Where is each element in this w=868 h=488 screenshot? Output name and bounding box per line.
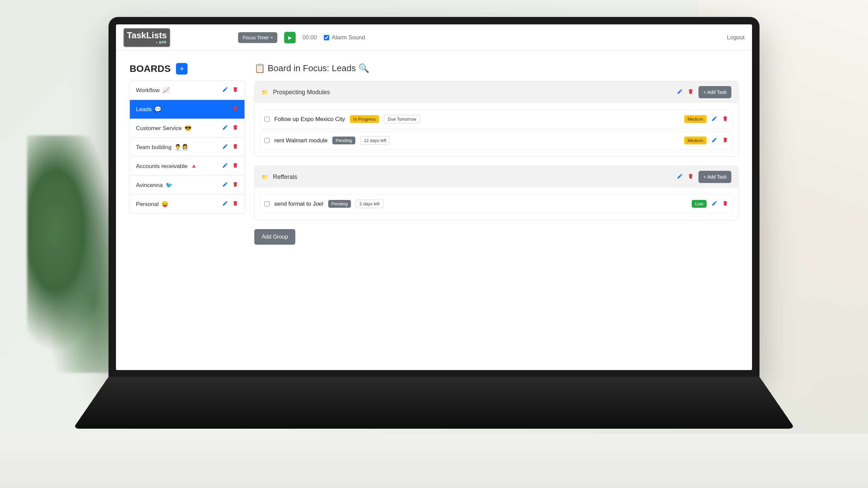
trash-icon[interactable] xyxy=(722,137,728,144)
edit-icon[interactable] xyxy=(222,143,228,151)
priority-badge: Medium xyxy=(684,137,707,144)
edit-icon[interactable] xyxy=(222,200,228,208)
sidebar-item-avincenna[interactable]: Avincenna 🐦 xyxy=(130,176,244,195)
due-badge: 2 days left xyxy=(356,200,383,208)
trash-icon[interactable] xyxy=(232,181,238,189)
status-badge: In Progress xyxy=(350,115,379,123)
app-logo: TaskLists • APP xyxy=(123,28,170,47)
trash-icon[interactable] xyxy=(688,173,694,181)
board-name: Customer Service 😎 xyxy=(136,125,222,132)
task-group: 📁Prospecting Modules+ Add TaskFollow up … xyxy=(254,81,738,157)
task-name: send format to Joel xyxy=(274,201,323,207)
due-badge: Due Tomorrow xyxy=(384,115,420,123)
logo-subtext: • APP xyxy=(127,41,167,44)
edit-icon[interactable] xyxy=(677,88,683,96)
task-group: 📁Refferals+ Add Tasksend format to JoelP… xyxy=(254,166,738,220)
trash-icon[interactable] xyxy=(232,105,238,113)
edit-icon[interactable] xyxy=(711,200,717,208)
priority-badge: Low xyxy=(692,200,707,208)
group-header: 📁Prospecting Modules+ Add Task xyxy=(255,81,738,103)
add-task-button[interactable]: + Add Task xyxy=(698,86,731,98)
edit-icon[interactable] xyxy=(222,86,228,94)
edit-icon[interactable] xyxy=(677,173,683,181)
group-header: 📁Refferals+ Add Task xyxy=(255,166,738,188)
board-name: Personal 😛 xyxy=(136,201,222,208)
trash-icon[interactable] xyxy=(722,116,728,123)
logout-link[interactable]: Logout xyxy=(727,34,745,41)
trash-icon[interactable] xyxy=(232,162,238,170)
edit-icon[interactable] xyxy=(711,137,717,144)
board-emoji: 📈 xyxy=(162,87,170,94)
add-board-button[interactable]: + xyxy=(176,63,188,75)
sidebar: BOARDS + Workflow 📈Leads 💬Customer Servi… xyxy=(130,63,245,245)
task-checkbox[interactable] xyxy=(264,201,270,206)
board-emoji: 🔺 xyxy=(190,163,197,170)
task-row: Follow up Expo Mexico CityIn ProgressDue… xyxy=(260,110,733,128)
main-panel: 📋 Board in Focus: Leads 🔍 📁Prospecting M… xyxy=(254,63,738,245)
sidebar-item-customer-service[interactable]: Customer Service 😎 xyxy=(130,119,244,138)
task-row: send format to JoelPending2 days leftLow xyxy=(260,195,733,213)
add-group-button[interactable]: Add Group xyxy=(254,229,295,245)
edit-icon[interactable] xyxy=(222,181,228,189)
logo-text: TaskLists xyxy=(127,30,167,40)
board-emoji: 😎 xyxy=(184,125,192,132)
trash-icon[interactable] xyxy=(232,86,238,94)
board-emoji: 🐦 xyxy=(165,182,173,189)
trash-icon[interactable] xyxy=(232,143,238,151)
focus-timer-dropdown[interactable]: Focus Timer xyxy=(238,32,277,43)
priority-badge: Medium xyxy=(684,115,707,123)
focus-timer-label: Focus Timer xyxy=(243,35,269,40)
trash-icon[interactable] xyxy=(232,200,238,208)
status-badge: Pending xyxy=(332,137,355,144)
sidebar-item-accounts-receivable[interactable]: Accounts receivable 🔺 xyxy=(130,157,244,176)
group-title: Prospecting Modules xyxy=(273,89,672,96)
topbar: TaskLists • APP Focus Timer ▶ 00:00 Alar… xyxy=(116,24,752,51)
folder-icon: 📁 xyxy=(261,174,268,180)
board-title: 📋 Board in Focus: Leads 🔍 xyxy=(254,63,738,74)
sidebar-item-leads[interactable]: Leads 💬 xyxy=(130,100,244,119)
sidebar-item-personal[interactable]: Personal 😛 xyxy=(130,195,244,214)
alarm-sound-toggle[interactable]: Alarm Sound xyxy=(324,34,365,41)
play-button[interactable]: ▶ xyxy=(284,32,296,43)
due-badge: 12 days left xyxy=(360,136,390,145)
add-task-button[interactable]: + Add Task xyxy=(698,171,731,183)
board-name: Leads 💬 xyxy=(136,106,232,113)
trash-icon[interactable] xyxy=(722,200,728,208)
board-list: Workflow 📈Leads 💬Customer Service 😎Team … xyxy=(130,81,245,214)
group-title: Refferals xyxy=(273,174,672,181)
board-name: Avincenna 🐦 xyxy=(136,182,222,189)
task-name: rent Walmart module xyxy=(274,137,328,144)
trash-icon[interactable] xyxy=(232,124,238,132)
alarm-checkbox[interactable] xyxy=(324,35,329,40)
board-emoji: 👨‍💼👩‍💼 xyxy=(174,144,189,151)
board-emoji: 😛 xyxy=(161,201,169,208)
board-name: Team building 👨‍💼👩‍💼 xyxy=(136,144,222,151)
edit-icon[interactable] xyxy=(222,124,228,132)
trash-icon[interactable] xyxy=(688,88,694,96)
status-badge: Pending xyxy=(328,200,351,208)
sidebar-item-workflow[interactable]: Workflow 📈 xyxy=(130,81,244,100)
board-name: Workflow 📈 xyxy=(136,87,222,94)
task-checkbox[interactable] xyxy=(264,117,270,122)
alarm-label: Alarm Sound xyxy=(332,34,365,41)
board-name: Accounts receivable 🔺 xyxy=(136,163,222,170)
edit-icon[interactable] xyxy=(711,116,717,123)
boards-heading: BOARDS xyxy=(130,63,171,74)
folder-icon: 📁 xyxy=(261,89,268,96)
timer-display: 00:00 xyxy=(302,34,317,41)
task-name: Follow up Expo Mexico City xyxy=(274,116,345,123)
sidebar-item-team-building[interactable]: Team building 👨‍💼👩‍💼 xyxy=(130,138,244,157)
board-emoji: 💬 xyxy=(154,106,161,113)
task-row: rent Walmart modulePending12 days leftMe… xyxy=(260,131,733,150)
task-checkbox[interactable] xyxy=(264,138,270,143)
edit-icon[interactable] xyxy=(222,162,228,170)
